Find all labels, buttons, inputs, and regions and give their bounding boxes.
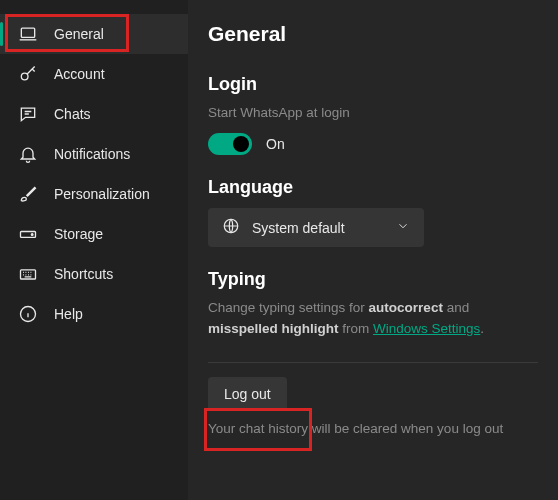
sidebar-item-label: Chats [54,106,91,122]
windows-settings-link[interactable]: Windows Settings [373,321,480,336]
language-heading: Language [208,177,538,198]
sidebar-item-label: General [54,26,104,42]
globe-icon [222,217,240,238]
settings-main-panel: General Login Start WhatsApp at login On… [188,0,558,500]
sidebar-item-label: Account [54,66,105,82]
sidebar-item-label: Notifications [54,146,130,162]
typing-description: Change typing settings for autocorrect a… [208,298,538,340]
laptop-icon [18,24,38,44]
svg-point-3 [31,234,33,236]
login-toggle-state: On [266,136,285,152]
sidebar-item-personalization[interactable]: Personalization [0,174,188,214]
sidebar-item-notifications[interactable]: Notifications [0,134,188,174]
storage-icon [18,224,38,244]
login-description: Start WhatsApp at login [208,103,538,123]
info-icon [18,304,38,324]
sidebar-item-label: Shortcuts [54,266,113,282]
typing-heading: Typing [208,269,538,290]
svg-point-1 [21,73,28,80]
login-heading: Login [208,74,538,95]
sidebar-item-label: Personalization [54,186,150,202]
divider [208,362,538,363]
key-icon [18,64,38,84]
sidebar-item-label: Storage [54,226,103,242]
sidebar-item-help[interactable]: Help [0,294,188,334]
brush-icon [18,184,38,204]
logout-warning: Your chat history will be cleared when y… [208,419,538,439]
keyboard-icon [18,264,38,284]
sidebar-item-shortcuts[interactable]: Shortcuts [0,254,188,294]
settings-sidebar: General Account Chats Notifications Pers… [0,0,188,500]
sidebar-item-chats[interactable]: Chats [0,94,188,134]
sidebar-item-storage[interactable]: Storage [0,214,188,254]
typing-section: Typing Change typing settings for autoco… [208,269,538,340]
login-section: Login Start WhatsApp at login On [208,74,538,155]
toggle-knob [233,136,249,152]
language-section: Language System default [208,177,538,247]
logout-button[interactable]: Log out [208,377,287,411]
language-dropdown[interactable]: System default [208,208,424,247]
language-selected: System default [252,220,384,236]
sidebar-item-general[interactable]: General [0,14,188,54]
svg-rect-0 [21,28,34,37]
bell-icon [18,144,38,164]
login-toggle-row: On [208,133,538,155]
page-title: General [208,22,538,46]
sidebar-item-account[interactable]: Account [0,54,188,94]
logout-section: Log out Your chat history will be cleare… [208,377,538,439]
login-toggle[interactable] [208,133,252,155]
chevron-down-icon [396,219,410,236]
sidebar-item-label: Help [54,306,83,322]
chat-icon [18,104,38,124]
